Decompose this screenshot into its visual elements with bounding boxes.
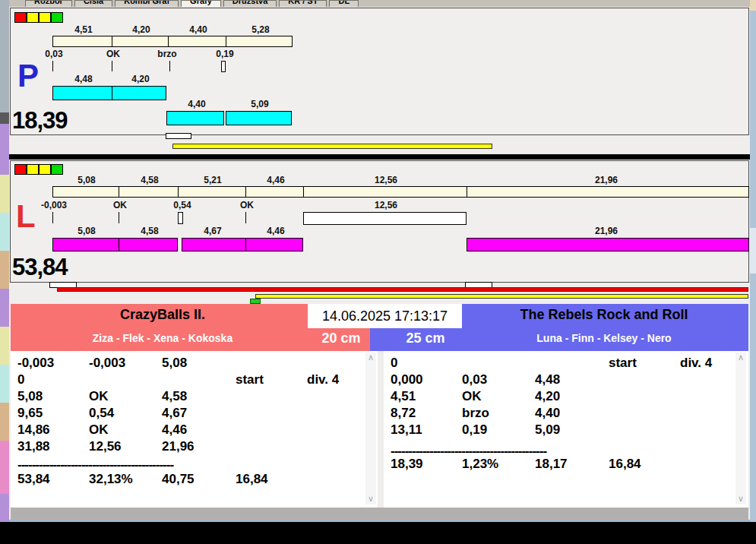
table-divider: ----------------------------------------… xyxy=(17,457,245,473)
segment-value: 5,08 xyxy=(62,175,111,185)
table-cell: -0,003 xyxy=(89,356,125,371)
bar-value: 4,48 xyxy=(59,74,108,84)
yellow-progress-bar xyxy=(255,294,748,299)
tab-dl[interactable]: DL xyxy=(329,0,359,7)
segment-value: 12,56 xyxy=(362,175,410,185)
table-cell: -0,003 xyxy=(17,356,54,371)
p-cyan-bar-2b xyxy=(226,111,292,125)
track-segment xyxy=(304,187,467,197)
table-row: 5,08OK4,58 xyxy=(11,389,378,406)
totals-row: 53,84 32,13% 40,75 16,84 xyxy=(11,472,378,489)
status-square-green xyxy=(51,164,63,175)
table-cell: 0,19 xyxy=(462,422,487,438)
track-segment xyxy=(169,36,226,46)
table-cell: 4,40 xyxy=(535,406,560,421)
yellow-progress-bar xyxy=(172,144,492,149)
tab-label: DL xyxy=(338,0,350,5)
tab-kr-st[interactable]: KR / ST xyxy=(279,0,327,7)
scrollbar[interactable]: ∧ ∨ xyxy=(365,353,376,504)
tab-label: Rozbor xyxy=(34,0,63,5)
table-cell: 4,20 xyxy=(535,389,560,404)
team-left-name: CrazyBalls II. xyxy=(11,307,315,323)
p-cyan-bar-1 xyxy=(52,86,166,100)
table-cell: 0 xyxy=(17,372,24,387)
tick-mark xyxy=(52,212,53,223)
panel-l-letter: L xyxy=(16,201,36,232)
track-segment xyxy=(112,36,169,46)
table-cell: 4,48 xyxy=(535,372,560,387)
panel-l-total: 53,84 xyxy=(12,255,68,279)
tab-grafy[interactable]: Grafy xyxy=(181,0,221,7)
panel-divider xyxy=(9,154,750,160)
scrollbar-up-button[interactable]: ∧ xyxy=(735,353,746,363)
table-cell: 5,08 xyxy=(17,389,43,404)
segment-value: 5,21 xyxy=(188,175,237,185)
tick-mark xyxy=(245,212,246,223)
table-cell: 0,000 xyxy=(391,372,423,387)
table-row: 31,8812,5621,96 xyxy=(11,439,378,456)
scrollbar-down-button[interactable]: ∨ xyxy=(735,494,746,504)
status-square-green xyxy=(51,12,63,23)
p-total-track xyxy=(52,36,293,47)
table-cell: 4,46 xyxy=(162,422,187,438)
mark-label: brzo xyxy=(143,49,191,59)
tick-mark xyxy=(52,61,53,71)
table-cell: start xyxy=(609,356,637,371)
l-white-range-bar xyxy=(303,212,467,225)
tab-label: Kombi Graf xyxy=(124,0,169,5)
total-cell: 53,84 xyxy=(17,472,50,487)
segment-value: 4,20 xyxy=(117,24,166,35)
track-segment xyxy=(53,36,112,46)
table-cell: 0,03 xyxy=(462,372,487,387)
tab-rozbor[interactable]: Rozbor xyxy=(25,0,72,7)
desktop-black-area xyxy=(0,522,756,544)
bar-value: 21,96 xyxy=(582,226,631,236)
table-cell: start xyxy=(236,372,264,387)
l-magenta-bar-1 xyxy=(52,238,178,251)
table-cell: 4,67 xyxy=(162,406,187,421)
team-right-table: 0startdiv. 40,0000,034,484,51OK4,208,72b… xyxy=(384,351,748,508)
team-left-table: -0,003-0,0035,080startdiv. 45,08OK4,589,… xyxy=(11,351,378,508)
table-row: 0startdiv. 4 xyxy=(11,372,378,389)
table-row: 14,86OK4,46 xyxy=(11,422,378,439)
mark-label: -0,003 xyxy=(30,200,78,210)
table-row: 9,650,544,67 xyxy=(11,406,378,422)
tab-label: Družstva xyxy=(232,0,267,5)
total-cell: 16,84 xyxy=(609,457,641,472)
total-cell: 32,13% xyxy=(89,472,133,487)
totals-row: 18,39 1,23% 18,17 16,84 xyxy=(384,457,748,473)
l-total-track xyxy=(52,186,749,198)
tab-kombi-graf[interactable]: Kombi Graf xyxy=(115,0,179,7)
total-cell: 16,84 xyxy=(236,472,268,487)
team-right-players: Luna - Finn - Kelsey - Nero xyxy=(456,332,752,344)
tab-label: KR / ST xyxy=(288,0,318,5)
table-row: 8,72brzo4,40 xyxy=(384,406,748,422)
status-square-yellow xyxy=(27,164,39,175)
position-marker xyxy=(221,61,226,72)
scrollbar-up-button[interactable]: ∧ xyxy=(365,353,376,363)
tab-dru-stva[interactable]: Družstva xyxy=(223,0,277,7)
panel-p: 4,51 4,20 4,40 5,28 0,03 OK brzo 0,19 P … xyxy=(10,8,749,135)
mark-label: 0,54 xyxy=(158,200,207,210)
scrollbar[interactable]: ∧ ∨ xyxy=(735,353,746,504)
bar-segment xyxy=(53,239,119,251)
table-cell: brzo xyxy=(462,406,489,421)
tab--sla[interactable]: Čísla xyxy=(74,0,112,7)
table-cell: OK xyxy=(89,422,109,438)
p-cyan-bar-2a xyxy=(166,111,224,125)
segment-value: 4,40 xyxy=(174,24,223,35)
scrollbar-down-button[interactable]: ∨ xyxy=(365,494,376,504)
table-cell: 8,72 xyxy=(391,406,416,421)
status-square-yellow xyxy=(27,12,39,23)
team-left-distance: 20 cm xyxy=(307,331,375,346)
table-cell: 21,96 xyxy=(162,439,195,454)
table-cell: 12,56 xyxy=(89,439,122,454)
track-segment xyxy=(119,187,179,197)
panel-p-total: 18,39 xyxy=(12,109,68,132)
team-right-distance: 25 cm xyxy=(384,331,467,346)
table-cell: 4,51 xyxy=(391,389,416,404)
position-marker xyxy=(178,212,183,224)
bar-value: 4,67 xyxy=(188,226,237,236)
green-marker xyxy=(250,299,261,304)
table-row: 13,110,195,09 xyxy=(384,422,748,439)
